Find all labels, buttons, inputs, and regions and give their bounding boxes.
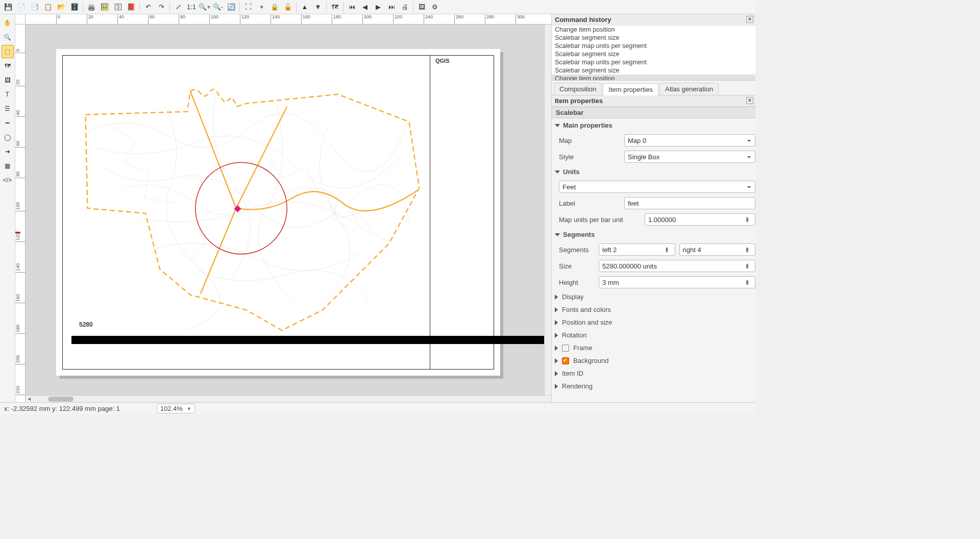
scrollbar-thumb[interactable]	[48, 397, 74, 402]
history-item[interactable]: Change item position	[552, 26, 755, 34]
zoom-full-icon[interactable]: ⤢	[172, 1, 184, 13]
map-select[interactable]: Map 0	[624, 134, 755, 146]
group-segments[interactable]: Segments	[555, 231, 755, 238]
ruler-tick: 180	[15, 325, 25, 334]
pan-icon[interactable]: ✋	[2, 16, 14, 30]
history-item[interactable]: Scalebar segment size	[552, 50, 755, 58]
background-checkbox[interactable]	[562, 357, 569, 364]
lock-icon[interactable]: 🔒	[268, 1, 281, 13]
main-row: ✋🔍⬚🗺🖼T☰━◯➜▦</> 0204060801001201401601802…	[0, 14, 755, 402]
zoom-100-icon[interactable]: ⌖	[255, 1, 267, 13]
zoom-out-icon[interactable]: 🔍-	[212, 1, 224, 13]
ruler-tick: 40	[117, 14, 124, 24]
export-svg-icon[interactable]: 🅂	[112, 1, 124, 13]
history-item[interactable]: Scalebar map units per segment	[552, 42, 755, 50]
add-label-icon[interactable]: T	[2, 88, 14, 101]
command-history-list[interactable]: Change item positionScalebar segment siz…	[552, 26, 755, 81]
refresh-icon[interactable]: 🔄	[225, 1, 237, 13]
new-layout-icon[interactable]: 📄	[15, 1, 28, 13]
zoom-actual-icon[interactable]: 1:1	[185, 1, 198, 13]
duplicate-layout-icon[interactable]: 📑	[29, 1, 41, 13]
segments-left-input[interactable]: left 2▲▼	[599, 243, 675, 256]
add-legend-icon[interactable]: ☰	[2, 102, 14, 115]
units-select[interactable]: Feet	[559, 181, 755, 193]
layout-manager-icon[interactable]: 📋	[42, 1, 54, 13]
style-select[interactable]: Single Box	[624, 151, 755, 163]
group-main-properties[interactable]: Main properties	[555, 121, 755, 129]
size-input[interactable]: 5280.000000 units▲▼	[599, 260, 755, 272]
ruler-tick: 80	[15, 172, 25, 178]
map-item[interactable]	[63, 56, 430, 369]
style-label: Style	[559, 153, 620, 161]
item-properties-panel: Scalebar Main properties Map Map 0 Style…	[552, 107, 755, 402]
export-image-icon[interactable]: 🖼️	[99, 1, 111, 13]
group-position-size[interactable]: Position and size	[555, 318, 755, 326]
command-history-title: Command history ×	[552, 14, 755, 26]
zoom-input[interactable]: 102.4%▼	[157, 404, 195, 413]
ruler-vertical: 020406080100120140160180200220	[15, 24, 26, 402]
add-html-icon[interactable]: </>	[2, 174, 14, 187]
atlas-toggle-icon[interactable]: 🗺	[329, 1, 341, 13]
group-display[interactable]: Display	[555, 293, 755, 301]
history-item[interactable]: Change item position	[552, 75, 755, 81]
history-item[interactable]: Scalebar segment size	[552, 34, 755, 42]
units-label-label: Label	[559, 200, 620, 207]
scrollbar-horizontal[interactable]: ◀	[26, 395, 551, 402]
ruler-tick: 140	[271, 14, 280, 24]
left-toolbar: ✋🔍⬚🗺🖼T☰━◯➜▦</>	[0, 14, 15, 402]
bring-front-icon[interactable]: ▲	[299, 1, 311, 13]
atlas-print-icon[interactable]: 🖨	[399, 1, 411, 13]
atlas-next-icon[interactable]: ▶	[372, 1, 384, 13]
tab-composition[interactable]: Composition	[554, 83, 602, 95]
map-title-label[interactable]: QGIS	[432, 56, 494, 66]
group-units[interactable]: Units	[555, 168, 755, 176]
scalebar-item[interactable]	[71, 336, 551, 344]
atlas-export-image-icon[interactable]: 🖼	[415, 1, 428, 13]
send-back-icon[interactable]: ▼	[312, 1, 324, 13]
undo-icon[interactable]: ↶	[142, 1, 154, 13]
atlas-prev-icon[interactable]: ◀	[359, 1, 371, 13]
units-label-input[interactable]: feet	[624, 197, 755, 209]
tab-item-properties[interactable]: Item properties	[603, 83, 658, 95]
print-icon[interactable]: 🖨️	[85, 1, 97, 13]
scrollbar-vertical[interactable]	[544, 24, 551, 395]
group-fonts-colors[interactable]: Fonts and colors	[555, 306, 755, 313]
group-rendering[interactable]: Rendering	[555, 382, 755, 390]
group-item-id[interactable]: Item ID	[555, 370, 755, 377]
atlas-first-icon[interactable]: ⏮	[346, 1, 358, 13]
add-map-icon[interactable]: 🗺	[2, 59, 14, 72]
add-scalebar-icon[interactable]: ━	[2, 116, 14, 130]
ruler-tick: 60	[15, 141, 25, 148]
add-image-icon[interactable]: 🖼	[2, 74, 14, 87]
zoom-icon[interactable]: 🔍	[2, 31, 14, 44]
export-pdf-icon[interactable]: 📕	[125, 1, 137, 13]
save-icon[interactable]: 💾	[2, 1, 14, 13]
zoom-in-icon[interactable]: 🔍+	[199, 1, 211, 13]
group-rotation[interactable]: Rotation	[555, 331, 755, 339]
close-icon[interactable]: ×	[746, 16, 753, 23]
group-background[interactable]: Background	[555, 357, 755, 364]
tab-atlas-generation[interactable]: Atlas generation	[659, 83, 719, 95]
mub-input[interactable]: 1.000000▲▼	[645, 213, 755, 226]
ruler-tick: 180	[332, 14, 341, 24]
select-icon[interactable]: ⬚	[2, 45, 14, 58]
history-item[interactable]: Scalebar map units per segment	[552, 58, 755, 66]
frame-checkbox[interactable]	[562, 345, 569, 352]
unlock-icon[interactable]: 🔓	[282, 1, 294, 13]
zoom-selection-icon[interactable]: ⛶	[242, 1, 254, 13]
atlas-last-icon[interactable]: ⏭	[385, 1, 398, 13]
group-frame[interactable]: Frame	[555, 344, 755, 352]
add-table-icon[interactable]: ▦	[2, 159, 14, 173]
add-arrow-icon[interactable]: ➜	[2, 145, 14, 158]
scalebar-label[interactable]: 5280	[79, 321, 93, 328]
atlas-settings-icon[interactable]: ⚙	[429, 1, 441, 13]
height-input[interactable]: 3 mm▲▼	[599, 276, 755, 288]
redo-icon[interactable]: ↷	[155, 1, 167, 13]
save-template-icon[interactable]: 🗄️	[68, 1, 81, 13]
history-item[interactable]: Scalebar segment size	[552, 66, 755, 75]
canvas[interactable]: QGIS 5280 ◀	[26, 24, 551, 402]
open-icon[interactable]: 📂	[55, 1, 67, 13]
close-icon[interactable]: ×	[746, 97, 753, 104]
add-shape-icon[interactable]: ◯	[2, 131, 14, 144]
segments-right-input[interactable]: right 4▲▼	[679, 243, 756, 256]
